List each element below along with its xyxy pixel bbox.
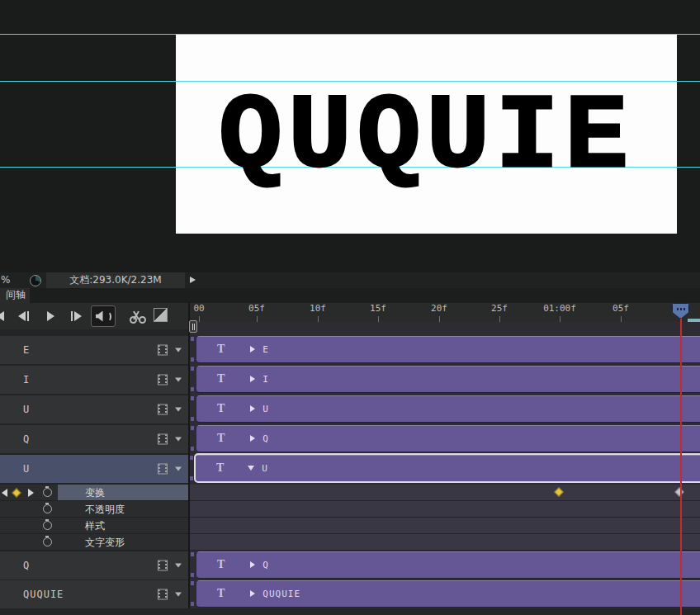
- track-label: I: [262, 374, 269, 385]
- canvas-text-ququie: QUQUIE: [176, 85, 677, 191]
- layer-row-u-selected[interactable]: U: [0, 455, 188, 483]
- track-label: U: [262, 463, 268, 474]
- keyframe-diamond-gray[interactable]: [674, 487, 683, 496]
- text-layer-icon: T: [217, 343, 225, 356]
- playhead-line: [680, 317, 682, 615]
- ruler-tick-05f-2: 05f: [612, 303, 629, 314]
- track-bar-ququie[interactable]: T QUQUIE: [196, 580, 700, 608]
- transition-button[interactable]: [154, 308, 168, 322]
- track-bar-u-selected[interactable]: T U: [194, 453, 700, 483]
- timeline-track-area: T E T I T U T Q T U: [190, 322, 700, 608]
- property-row-text-warp[interactable]: 文字变形: [0, 534, 188, 551]
- mute-audio-button[interactable]: [91, 305, 116, 327]
- ruler-tick-15f: 15f: [370, 303, 386, 314]
- layer-name: U: [23, 404, 30, 415]
- previous-frame-icon: [18, 311, 26, 321]
- status-bar: % 文档:293.0K/2.23M: [0, 272, 700, 289]
- play-button[interactable]: [41, 307, 59, 325]
- text-layer-icon: T: [217, 587, 225, 600]
- filmstrip-icon[interactable]: [158, 375, 168, 386]
- bottom-scroll-strip[interactable]: [0, 608, 700, 615]
- layer-name: QUQUIE: [23, 589, 64, 600]
- filmstrip-icon[interactable]: [158, 589, 168, 600]
- layer-name: E: [23, 344, 30, 356]
- track-bar-q2[interactable]: T Q: [196, 551, 700, 579]
- ruler-tick-0100f: 01:00f: [543, 303, 576, 314]
- track-bar-q[interactable]: T Q: [196, 425, 700, 452]
- layer-row-ququie[interactable]: QUQUIE: [0, 580, 188, 608]
- tab-timeline[interactable]: 间轴: [0, 288, 30, 303]
- filmstrip-icon[interactable]: [158, 561, 168, 571]
- chevron-down-icon[interactable]: [175, 593, 182, 597]
- stopwatch-icon[interactable]: [43, 504, 52, 513]
- filmstrip-icon[interactable]: [158, 434, 168, 445]
- chevron-down-icon[interactable]: [175, 467, 182, 471]
- layer-row-q[interactable]: Q: [0, 425, 188, 453]
- lane-style[interactable]: [190, 518, 700, 534]
- next-frame-button[interactable]: [66, 307, 86, 325]
- property-row-transform[interactable]: 变换: [0, 485, 188, 501]
- work-area-end-bar[interactable]: [688, 319, 700, 322]
- expand-arrow-icon[interactable]: [250, 376, 255, 382]
- track-bar-i[interactable]: T I: [196, 366, 700, 393]
- guide-line-top[interactable]: [0, 34, 700, 35]
- layer-row-u[interactable]: U: [0, 395, 188, 423]
- track-label: Q: [262, 560, 269, 570]
- layer-row-q2[interactable]: Q: [0, 551, 188, 580]
- property-label: 不透明度: [85, 502, 125, 516]
- expand-arrow-icon[interactable]: [250, 561, 255, 568]
- text-layer-icon: T: [217, 402, 225, 415]
- stopwatch-icon[interactable]: [43, 488, 52, 497]
- track-bar-u[interactable]: T U: [196, 395, 700, 423]
- status-options-arrow-icon[interactable]: [190, 277, 196, 283]
- timeline-scroll-grip[interactable]: [189, 320, 197, 333]
- first-frame-button[interactable]: [0, 307, 8, 325]
- layer-name: Q: [23, 433, 30, 445]
- expand-arrow-icon[interactable]: [250, 405, 255, 412]
- play-icon: [47, 311, 54, 321]
- previous-frame-button[interactable]: [13, 307, 33, 325]
- filmstrip-icon[interactable]: [158, 404, 168, 415]
- ruler-tick-00: 00: [193, 303, 204, 314]
- filmstrip-icon[interactable]: [158, 464, 168, 475]
- text-layer-icon: T: [217, 432, 225, 445]
- lane-transform[interactable]: [190, 485, 700, 501]
- ruler-tick-25f: 25f: [491, 303, 508, 314]
- track-label: QUQUIE: [262, 589, 300, 599]
- collapse-arrow-icon[interactable]: [248, 466, 254, 471]
- chevron-down-icon[interactable]: [175, 378, 182, 382]
- keyframe-diamond-yellow[interactable]: [554, 487, 563, 496]
- chevron-down-icon[interactable]: [175, 408, 182, 412]
- property-row-style[interactable]: 样式: [0, 518, 188, 534]
- stopwatch-icon[interactable]: [43, 521, 52, 530]
- expand-arrow-icon[interactable]: [250, 435, 255, 442]
- property-label: 文字变形: [85, 535, 125, 549]
- stopwatch-icon[interactable]: [43, 537, 52, 546]
- next-keyframe-icon[interactable]: [28, 489, 34, 497]
- filmstrip-icon[interactable]: [158, 345, 168, 356]
- layer-row-e[interactable]: E: [0, 336, 188, 364]
- chevron-down-icon[interactable]: [175, 348, 182, 352]
- property-row-opacity[interactable]: 不透明度: [0, 501, 188, 518]
- ruler-tick-10f: 10f: [310, 303, 326, 314]
- document-size-field[interactable]: 文档:293.0K/2.23M: [46, 272, 185, 288]
- chevron-down-icon[interactable]: [175, 564, 182, 568]
- lane-opacity[interactable]: [190, 501, 700, 518]
- panel-divider[interactable]: [188, 303, 190, 615]
- add-keyframe-diamond-icon[interactable]: [12, 488, 21, 497]
- track-bar-e[interactable]: T E: [196, 336, 700, 363]
- layer-name: U: [23, 463, 30, 475]
- layer-row-i[interactable]: I: [0, 366, 188, 394]
- lane-text-warp[interactable]: [190, 534, 700, 551]
- layer-name: Q: [23, 560, 30, 571]
- split-clip-button[interactable]: [127, 309, 147, 324]
- chevron-down-icon[interactable]: [175, 438, 182, 442]
- text-layer-icon: T: [217, 372, 225, 386]
- zoom-percent-label: %: [1, 274, 10, 286]
- expand-arrow-icon[interactable]: [250, 590, 255, 597]
- track-label: Q: [262, 433, 269, 444]
- property-highlight: [58, 485, 188, 500]
- text-layer-icon: T: [216, 461, 224, 475]
- expand-arrow-icon[interactable]: [250, 346, 255, 352]
- previous-keyframe-icon[interactable]: [2, 489, 7, 497]
